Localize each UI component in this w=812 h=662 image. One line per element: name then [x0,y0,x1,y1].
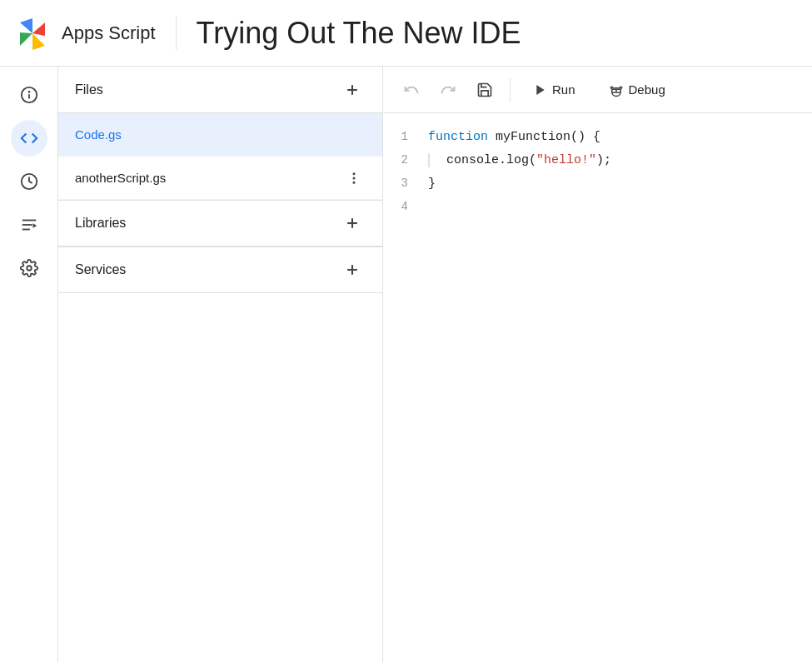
logo-area: Apps Script [13,14,156,52]
file-name-code-gs: Code.gs [75,127,122,142]
add-service-icon [344,261,361,278]
nav-executions-button[interactable] [11,207,47,243]
file-item-code-gs[interactable]: Code.gs [58,113,382,157]
more-vert-icon [346,171,361,186]
nav-triggers-button[interactable] [11,163,47,200]
line-content-2: console.log("hello!"); [425,153,611,167]
files-section-header: Files [58,67,382,113]
editor-area: Run Debug 1 function myFunction() { [383,67,812,662]
code-line-4: 4 [383,200,812,223]
code-line-1: 1 function myFunction() { [383,130,812,153]
run-button[interactable]: Run [521,75,589,105]
undo-button[interactable] [396,75,426,105]
line-content-3: } [425,177,436,191]
nav-about-button[interactable] [11,77,47,113]
run-label: Run [552,82,575,97]
save-icon [476,82,493,98]
files-title: Files [75,82,103,97]
libraries-title: Libraries [75,216,126,231]
services-section-header: Services [58,246,382,293]
nav-editor-button[interactable] [11,120,47,157]
svg-marker-8 [32,223,37,228]
app-title: Apps Script [62,22,156,44]
svg-point-14 [353,181,356,183]
header-divider [176,17,177,50]
editor-toolbar: Run Debug [383,67,812,113]
main-layout: Files Code.gs anotherScript.gs [0,67,812,662]
settings-icon [20,259,38,277]
nav-settings-button[interactable] [11,250,47,286]
add-file-icon [344,82,361,98]
apps-script-logo [13,14,52,52]
redo-button[interactable] [433,75,463,105]
file-more-menu-button[interactable] [342,167,366,190]
code-line-2: 2 console.log("hello!"); [383,153,812,177]
line-content-1: function myFunction() { [425,130,600,144]
line-number-2: 2 [383,153,425,167]
add-library-icon [344,215,361,231]
svg-point-12 [353,172,356,175]
debug-icon [609,82,624,97]
run-icon [534,83,547,97]
info-icon [20,86,38,104]
svg-marker-19 [536,85,544,95]
line-number-1: 1 [383,130,425,143]
clock-icon [20,172,38,191]
libraries-section-header: Libraries [58,200,382,246]
toolbar-divider [510,78,511,102]
file-name-another-script: anotherScript.gs [75,171,166,185]
file-panel: Files Code.gs anotherScript.gs [58,67,383,662]
file-item-another-script[interactable]: anotherScript.gs [58,157,382,200]
left-nav [0,67,58,662]
editor-icon [20,129,38,147]
executions-icon [20,216,38,234]
code-line-3: 3 } [383,177,812,200]
line-number-4: 4 [383,200,425,213]
debug-label: Debug [629,82,665,97]
save-button[interactable] [470,75,500,105]
code-editor[interactable]: 1 function myFunction() { 2 console.log(… [383,113,812,662]
add-service-button[interactable] [339,256,366,283]
svg-point-9 [27,266,32,271]
redo-icon [440,82,456,98]
svg-point-13 [353,177,356,179]
add-file-button[interactable] [339,77,366,103]
add-library-button[interactable] [339,210,366,236]
services-title: Services [75,262,126,277]
undo-icon [403,82,420,98]
debug-button[interactable]: Debug [595,75,679,105]
app-header: Apps Script Trying Out The New IDE [0,0,812,67]
line-number-3: 3 [383,177,425,190]
project-title: Trying Out The New IDE [197,16,521,51]
